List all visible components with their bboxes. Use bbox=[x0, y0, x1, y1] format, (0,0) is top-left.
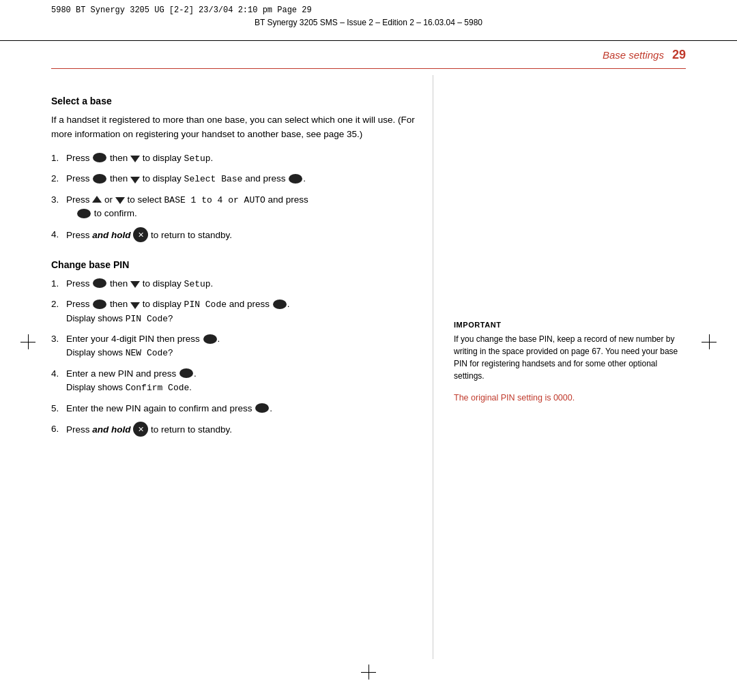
section2-steps: 1. Press then to display Setup. 2. Press… bbox=[51, 277, 419, 437]
svg-point-2 bbox=[289, 174, 302, 184]
step-content: Press then to display Setup. bbox=[66, 277, 419, 291]
crosshair-bottom bbox=[361, 665, 376, 680]
header-file-info: 5980 BT Synergy 3205 UG [2-2] 23/3/04 2:… bbox=[51, 5, 312, 15]
mono-text: Select Base bbox=[184, 174, 243, 184]
list-item: 3. Enter your 4-digit PIN then press . D… bbox=[51, 332, 419, 360]
step-number: 4. bbox=[51, 367, 66, 381]
step-content: Press then to display Setup. bbox=[66, 151, 419, 166]
down-arrow-icon bbox=[115, 197, 125, 204]
svg-point-0 bbox=[93, 153, 106, 162]
svg-point-8 bbox=[179, 368, 193, 378]
running-head-title: Base settings bbox=[603, 49, 664, 61]
svg-point-7 bbox=[203, 334, 217, 344]
svg-point-1 bbox=[93, 174, 106, 184]
pin-note: The original PIN setting is 0000. bbox=[454, 392, 686, 405]
top-rule bbox=[51, 68, 686, 69]
mono-text: PIN Code? bbox=[126, 314, 173, 324]
step-number: 3. bbox=[51, 332, 66, 346]
step-number: 4. bbox=[51, 228, 66, 242]
list-item: 4. Press and hold to return to standby. bbox=[51, 228, 419, 243]
ok-icon bbox=[92, 299, 107, 310]
step-number: 6. bbox=[51, 422, 66, 436]
step-content: Press then to display Select Base and pr… bbox=[66, 172, 419, 186]
mono-text: Setup bbox=[184, 154, 211, 164]
list-item: 5. Enter the new PIN again to confirm an… bbox=[51, 402, 419, 415]
step-content: Press or to select BASE 1 to 4 or AUTO a… bbox=[66, 193, 419, 221]
down-arrow-icon bbox=[130, 302, 140, 309]
svg-point-5 bbox=[93, 300, 106, 309]
up-arrow-icon bbox=[92, 196, 102, 203]
svg-point-6 bbox=[273, 300, 287, 309]
display-line: Display shows PIN Code? bbox=[66, 313, 173, 323]
step-number: 3. bbox=[51, 193, 66, 207]
section1-steps: 1. Press then to display Setup. 2. Press… bbox=[51, 151, 419, 243]
running-head-page: 29 bbox=[672, 48, 686, 62]
end-call-icon bbox=[133, 227, 148, 242]
display-line: Display shows Confirm Code. bbox=[66, 382, 192, 392]
step-content: Enter a new PIN and press . Display show… bbox=[66, 367, 419, 395]
mono-text: Confirm Code bbox=[126, 383, 190, 393]
step-content: Enter your 4-digit PIN then press . Disp… bbox=[66, 332, 419, 360]
step-number: 5. bbox=[51, 402, 66, 415]
down-arrow-icon bbox=[130, 177, 140, 184]
down-arrow-icon bbox=[130, 281, 140, 288]
ok-icon bbox=[288, 173, 303, 184]
mono-text: Setup bbox=[184, 279, 211, 289]
section1-intro: If a handset it registered to more than … bbox=[51, 113, 419, 142]
display-line: Display shows NEW Code? bbox=[66, 347, 173, 358]
end-call-icon bbox=[133, 422, 148, 437]
list-item: 6. Press and hold to return to standby. bbox=[51, 422, 419, 437]
right-column: IMPORTANT If you change the base PIN, ke… bbox=[433, 75, 686, 659]
list-item: 1. Press then to display Setup. bbox=[51, 151, 419, 166]
step-number: 1. bbox=[51, 277, 66, 291]
important-text: If you change the base PIN, keep a recor… bbox=[454, 333, 686, 382]
svg-point-3 bbox=[77, 209, 91, 218]
page-header: 5980 BT Synergy 3205 UG [2-2] 23/3/04 2:… bbox=[0, 0, 737, 41]
step-number: 1. bbox=[51, 151, 66, 165]
ok-icon bbox=[92, 152, 107, 163]
step-number: 2. bbox=[51, 172, 66, 186]
ok-icon bbox=[92, 278, 107, 289]
list-item: 3. Press or to select BASE 1 to 4 or AUT… bbox=[51, 193, 419, 221]
ok-icon bbox=[255, 403, 270, 413]
step-content: Press and hold to return to standby. bbox=[66, 422, 419, 437]
section1-heading: Select a base bbox=[51, 96, 419, 106]
step-number: 2. bbox=[51, 297, 66, 311]
mono-text: NEW Code? bbox=[126, 348, 173, 358]
section2-heading: Change base PIN bbox=[51, 259, 419, 270]
crosshair-left bbox=[20, 334, 35, 349]
list-item: 1. Press then to display Setup. bbox=[51, 277, 419, 291]
step-content: Enter the new PIN again to confirm and p… bbox=[66, 402, 419, 415]
ok-icon bbox=[92, 173, 107, 184]
header-top-line: 5980 BT Synergy 3205 UG [2-2] 23/3/04 2:… bbox=[0, 0, 737, 15]
svg-point-4 bbox=[93, 278, 106, 288]
crosshair-right bbox=[702, 334, 717, 349]
left-column: Select a base If a handset it registered… bbox=[51, 75, 433, 659]
ok-icon bbox=[76, 208, 91, 219]
step-content: Press then to display PIN Code and press… bbox=[66, 297, 419, 325]
main-content: Select a base If a handset it registered… bbox=[51, 75, 686, 659]
mono-text: BASE 1 to 4 or AUTO bbox=[164, 195, 265, 205]
down-arrow-icon bbox=[130, 156, 140, 162]
bold-italic-text: and hold bbox=[92, 229, 130, 239]
mono-text: PIN Code bbox=[184, 300, 227, 310]
list-item: 2. Press then to display PIN Code and pr… bbox=[51, 297, 419, 325]
ok-icon bbox=[272, 299, 287, 310]
ok-icon bbox=[179, 368, 194, 379]
step-content: Press and hold to return to standby. bbox=[66, 228, 419, 243]
bold-italic-text: and hold bbox=[92, 424, 130, 434]
running-head: Base settings 29 bbox=[603, 48, 686, 62]
list-item: 4. Enter a new PIN and press . Display s… bbox=[51, 367, 419, 395]
important-label: IMPORTANT bbox=[454, 321, 686, 329]
svg-point-9 bbox=[255, 403, 269, 413]
list-item: 2. Press then to display Select Base and… bbox=[51, 172, 419, 186]
header-subtitle: BT Synergy 3205 SMS – Issue 2 – Edition … bbox=[0, 15, 737, 27]
ok-icon bbox=[203, 334, 218, 345]
